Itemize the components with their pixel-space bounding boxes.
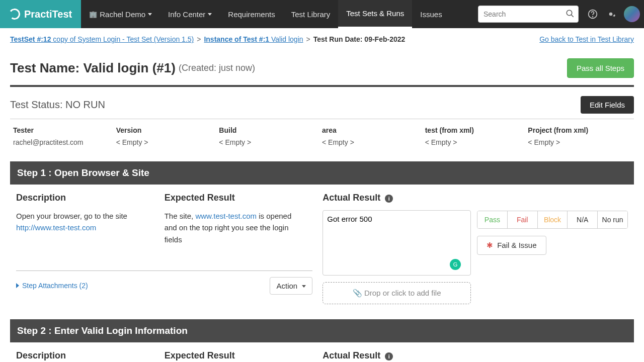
breadcrumb-testset[interactable]: TestSet #:12 copy of System Login - Test… (10, 35, 194, 43)
meta-label: Version (116, 126, 219, 134)
fail-button[interactable]: Fail (508, 211, 538, 228)
meta-value: < Empty > (528, 138, 631, 146)
help-icon[interactable] (585, 7, 600, 22)
nav-test-library[interactable]: Test Library (283, 0, 339, 28)
actual-heading: Actual Result i (323, 193, 471, 203)
edit-fields-button[interactable]: Edit Fields (581, 96, 634, 114)
step1-description-col: Description Open your browser, go to the… (16, 193, 165, 245)
meta-area: area < Empty > (322, 126, 425, 146)
actual-heading-text: Actual Result (323, 350, 380, 360)
info-icon[interactable]: i (385, 352, 393, 360)
chevron-down-icon (148, 13, 152, 16)
breadcrumb-instance[interactable]: Instance of Test #:1 Valid login (204, 35, 303, 43)
meta-value: < Empty > (116, 138, 219, 146)
global-search (478, 6, 579, 23)
brand-icon (8, 8, 21, 20)
nav-label: Test Library (291, 10, 331, 19)
pass-all-steps-button[interactable]: Pass all Steps (567, 58, 634, 78)
breadcrumb-instance-id: Instance of Test #:1 (204, 35, 271, 43)
breadcrumb-testset-name: copy of System Login - Test Set (Version… (53, 35, 194, 43)
avatar[interactable] (624, 6, 640, 22)
step1-bottom-row: Step Attachments (2) Action (16, 270, 312, 295)
nav-label: Test Sets & Runs (346, 9, 404, 18)
action-dropdown[interactable]: Action (270, 277, 312, 295)
test-status: Test Status: NO RUN (10, 99, 105, 111)
gear-icon[interactable] (603, 7, 618, 22)
description-heading: Description (16, 193, 154, 203)
expected-text-pre: The site, (165, 212, 196, 220)
search-input[interactable] (478, 6, 579, 23)
caret-right-icon (16, 283, 19, 288)
meta-fields: Tester rachel@practitest.com Version < E… (10, 119, 634, 161)
meta-value: < Empty > (322, 138, 425, 146)
created-label: (Created: just now) (179, 63, 255, 73)
norun-button[interactable]: No run (598, 211, 627, 228)
pass-button[interactable]: Pass (477, 211, 508, 228)
brand-logo-area[interactable]: PractiTest (0, 0, 81, 28)
meta-value: < Empty > (425, 138, 528, 146)
breadcrumb: TestSet #:12 copy of System Login - Test… (10, 28, 634, 47)
grammarly-icon[interactable]: G (450, 259, 461, 270)
breadcrumb-testset-id: TestSet #:12 (10, 35, 53, 43)
nav-issues[interactable]: Issues (412, 0, 450, 28)
meta-value: rachel@practitest.com (13, 138, 116, 146)
action-label: Action (276, 282, 297, 290)
step1-header: Step 1 : Open Browser & Site (10, 161, 634, 185)
step1-body: Description Open your browser, go to the… (10, 185, 634, 319)
expected-heading: Expected Result (165, 193, 303, 203)
search-icon[interactable] (566, 9, 575, 18)
meta-label: Tester (13, 126, 116, 134)
meta-label: test (from xml) (425, 126, 528, 134)
nav-info-center[interactable]: Info Center (160, 0, 220, 28)
nav-requirements[interactable]: Requirements (220, 0, 283, 28)
status-row: Test Status: NO RUN Edit Fields (10, 87, 634, 119)
nav-label: Issues (420, 10, 442, 19)
nav-label: Requirements (228, 10, 275, 19)
svg-point-3 (593, 17, 593, 17)
description-heading: Description (16, 350, 154, 361)
page-title: Test Name: Valid login (#1) (10, 60, 176, 76)
fail-and-issue-button[interactable]: ✱ Fail & Issue (477, 236, 546, 255)
meta-label: Project (from xml) (528, 126, 631, 134)
fail-issue-label: Fail & Issue (497, 241, 536, 249)
step2-description-col: Description Enter the following valid lo… (16, 350, 165, 362)
chevron-down-icon (208, 13, 212, 16)
top-nav: PractiTest 🏢 Rachel Demo Info Center Req… (0, 0, 644, 28)
breadcrumb-instance-name: Valid login (271, 35, 303, 43)
meta-tester: Tester rachel@practitest.com (13, 126, 116, 146)
go-back-link[interactable]: Go back to Test in Test Library (539, 35, 634, 43)
meta-test-xml: test (from xml) < Empty > (425, 126, 528, 146)
meta-label: area (322, 126, 425, 134)
description-text: Open your browser, go to the site http:/… (16, 210, 154, 234)
block-button[interactable]: Block (538, 211, 568, 228)
description-link[interactable]: http://www.test-test.com (16, 223, 96, 232)
meta-value: < Empty > (219, 138, 322, 146)
bug-icon: ✱ (487, 241, 493, 249)
step2-body: Description Enter the following valid lo… (10, 342, 634, 362)
actual-heading: Actual Result i (323, 350, 471, 361)
attachment-icon: 📎 (353, 289, 362, 297)
breadcrumb-sep: > (197, 35, 201, 43)
step-attachments-toggle[interactable]: Step Attachments (2) (16, 282, 88, 290)
meta-build: Build < Empty > (219, 126, 322, 146)
step1-actual-col: Actual Result i G 📎 Drop or click to add… (323, 193, 477, 304)
step1-result-buttons: Pass Fail Block N/A No run (477, 211, 628, 229)
na-button[interactable]: N/A (568, 211, 598, 228)
file-dropzone[interactable]: 📎 Drop or click to add file (323, 282, 471, 304)
chevron-down-icon (302, 285, 306, 288)
expected-link[interactable]: www.test-test.com (195, 212, 257, 220)
step2-expected-col: Expected Result credentials are accepted… (165, 350, 313, 362)
expected-heading: Expected Result (165, 350, 303, 361)
description-text-pre: Open your browser, go to the site (16, 212, 127, 220)
step2-actions-col: Pass Fail Block N/A No run (477, 350, 628, 362)
actual-result-textarea[interactable] (323, 210, 471, 276)
step-attachments-label: Step Attachments (2) (22, 282, 88, 290)
dropzone-label: Drop or click to add file (364, 289, 441, 297)
breadcrumb-sep: > (306, 35, 310, 43)
info-icon[interactable]: i (385, 195, 393, 203)
project-name: Rachel Demo (100, 10, 145, 19)
brand-text: PractiTest (24, 9, 72, 20)
project-selector[interactable]: 🏢 Rachel Demo (81, 0, 160, 28)
nav-test-sets-runs[interactable]: Test Sets & Runs (338, 0, 412, 28)
step1-actions-col: Pass Fail Block N/A No run ✱ Fail & Issu… (477, 193, 628, 304)
